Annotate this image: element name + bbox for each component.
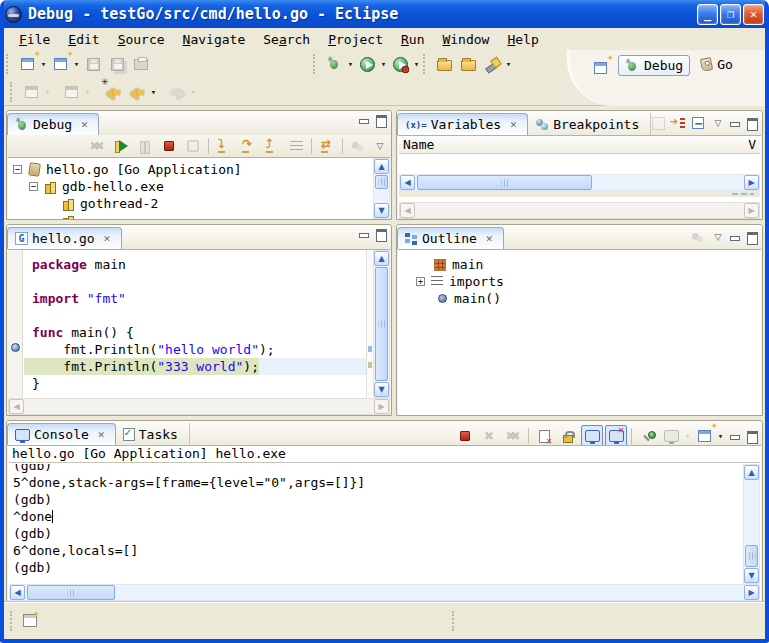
menu-navigate[interactable]: Navigate — [174, 30, 255, 49]
close-button[interactable]: ✕ — [743, 4, 764, 25]
scroll-right-icon[interactable] — [744, 175, 759, 190]
scroll-left-icon[interactable] — [10, 585, 25, 600]
minimize-view-icon[interactable] — [357, 228, 371, 240]
open-type-icon[interactable] — [433, 53, 455, 75]
menu-window[interactable]: Window — [433, 30, 498, 49]
minimize-view-icon[interactable] — [728, 231, 742, 243]
statusbar-grip[interactable] — [452, 611, 459, 631]
debug-tree-item-launch[interactable]: hello.go [Go Application] — [8, 161, 373, 178]
maximize-view-icon[interactable] — [745, 430, 759, 442]
expand-icon[interactable] — [416, 277, 425, 286]
collapse-expander-icon[interactable] — [29, 182, 38, 191]
outline-item-package[interactable]: main — [398, 256, 761, 273]
open-perspective-icon[interactable] — [589, 57, 611, 79]
debug-dropdown[interactable] — [346, 53, 355, 75]
resume-icon[interactable] — [110, 135, 132, 157]
code-line[interactable]: import "fmt" — [24, 290, 366, 307]
debug-tree-item-process[interactable]: gdb-hello.exe — [8, 178, 373, 195]
code-line[interactable]: func main() { — [24, 324, 366, 341]
collapse-expander-icon[interactable] — [13, 165, 22, 174]
scroll-left-icon[interactable] — [400, 175, 415, 190]
variables-column-header[interactable]: Name V — [399, 136, 760, 154]
debug-icon[interactable] — [323, 53, 345, 75]
scroll-down-icon[interactable] — [374, 382, 389, 397]
maximize-button[interactable]: ❐ — [720, 4, 741, 25]
variables-hscrollbar[interactable] — [399, 174, 760, 191]
back-icon[interactable] — [126, 81, 148, 103]
step-return-icon[interactable]: ⤴ — [261, 135, 283, 157]
menu-search[interactable]: Search — [254, 30, 319, 49]
search-dropdown[interactable] — [504, 53, 513, 75]
back-dropdown[interactable] — [149, 81, 158, 103]
open-resource-icon[interactable] — [457, 53, 479, 75]
scroll-up-icon[interactable] — [374, 251, 389, 266]
new-wizard-icon[interactable] — [16, 53, 38, 75]
toolbar-grip[interactable] — [10, 82, 17, 102]
minimize-view-icon[interactable] — [728, 117, 742, 129]
show-logical-structure-icon[interactable] — [669, 115, 687, 131]
perspective-debug-button[interactable]: Debug — [618, 55, 690, 76]
editor-overview-ruler[interactable] — [366, 250, 373, 398]
menu-run[interactable]: Run — [392, 30, 433, 49]
tab-variables[interactable]: (x)= Variables — [397, 113, 528, 135]
clear-console-icon[interactable] — [533, 425, 555, 447]
column-name[interactable]: Name — [403, 137, 434, 152]
editor-code-area[interactable]: package main import "fmt" func main() { … — [24, 250, 366, 398]
tab-tasks[interactable]: Tasks — [116, 423, 190, 445]
terminate-icon[interactable] — [158, 135, 180, 157]
console-hscrollbar[interactable] — [9, 584, 760, 601]
code-line-current[interactable]: fmt.Println("333 world"); — [24, 358, 366, 375]
eclipse-logo-icon[interactable] — [5, 6, 22, 23]
maximize-view-icon[interactable] — [745, 231, 759, 243]
external-tools-dropdown[interactable] — [412, 53, 421, 75]
scroll-up-icon[interactable] — [374, 159, 389, 174]
step-into-icon[interactable]: ⤵ — [213, 135, 235, 157]
tab-console[interactable]: Console — [7, 423, 116, 445]
run-dropdown[interactable] — [379, 53, 388, 75]
scroll-lock-icon[interactable] — [557, 425, 579, 447]
minimize-button[interactable]: _ — [697, 4, 718, 25]
menu-source[interactable]: Source — [109, 30, 174, 49]
tab-hello-go[interactable]: G hello.go — [7, 227, 122, 249]
title-bar[interactable]: Debug - testGo/src/cmd/hello.go - Eclips… — [0, 0, 769, 28]
minimize-view-icon[interactable] — [728, 430, 742, 442]
debug-tree-vscrollbar[interactable] — [373, 158, 390, 219]
run-icon[interactable] — [356, 53, 378, 75]
close-icon[interactable] — [483, 232, 496, 245]
collapse-all-icon[interactable] — [689, 115, 707, 131]
show-stderr-icon[interactable] — [605, 425, 627, 447]
console-vscrollbar[interactable] — [743, 464, 760, 584]
last-edit-location-icon[interactable] — [102, 81, 124, 103]
scroll-right-icon[interactable] — [744, 585, 759, 600]
statusbar-grip[interactable] — [10, 611, 17, 631]
tab-outline[interactable]: Outline — [397, 227, 504, 249]
code-line-breakpoint[interactable]: fmt.Println("hello world"); — [24, 341, 366, 358]
tab-breakpoints[interactable]: Breakpoints — [528, 113, 651, 135]
code-line[interactable]: package main — [24, 256, 366, 273]
editor-vscrollbar[interactable] — [373, 250, 390, 398]
terminate-icon[interactable] — [454, 425, 476, 447]
close-icon[interactable] — [507, 118, 520, 131]
breakpoint-icon[interactable] — [11, 343, 20, 352]
maximize-view-icon[interactable] — [745, 117, 759, 129]
debug-tree-item-thread[interactable]: gothread-2 — [8, 195, 373, 212]
code-line[interactable]: } — [24, 375, 366, 392]
search-icon[interactable] — [481, 53, 503, 75]
maximize-view-icon[interactable] — [374, 114, 388, 126]
menu-project[interactable]: Project — [319, 30, 392, 49]
maximize-view-icon[interactable] — [374, 228, 388, 240]
use-step-filters-icon[interactable]: ⇄ — [316, 135, 338, 157]
scroll-down-icon[interactable] — [744, 568, 759, 583]
scroll-down-icon[interactable] — [374, 203, 389, 218]
menu-help[interactable]: Help — [498, 30, 547, 49]
variables-table[interactable] — [399, 154, 760, 174]
fast-view-icon[interactable] — [19, 609, 41, 631]
debug-tree-item-partial[interactable] — [8, 212, 373, 219]
editor-annotation-ruler[interactable] — [8, 250, 23, 398]
console-output[interactable]: (gdb) 5^done,stack-args=[frame={level="0… — [9, 464, 743, 584]
view-menu-icon[interactable] — [711, 230, 725, 244]
view-menu-icon[interactable] — [373, 139, 387, 153]
close-icon[interactable] — [78, 118, 91, 131]
perspective-go-button[interactable]: Go — [695, 55, 739, 74]
pin-console-icon[interactable] — [636, 425, 658, 447]
